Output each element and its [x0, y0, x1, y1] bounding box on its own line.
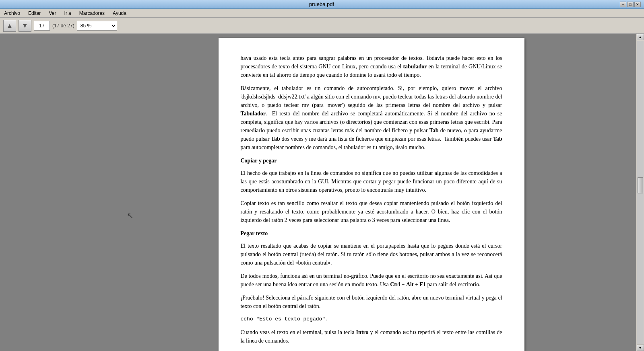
- paragraph-copiar-intro: El hecho de que trabajes en la línea de …: [241, 169, 502, 194]
- cursor-indicator: ↖: [127, 211, 134, 220]
- menu-marcadores[interactable]: Marcadores: [77, 10, 107, 17]
- pdf-viewport: haya usado esta tecla antes para sangrar…: [107, 34, 636, 351]
- paragraph-intro-result: Cuando veas el texto en el terminal, pul…: [241, 328, 502, 345]
- scroll-down-button[interactable]: ▼: [637, 345, 644, 351]
- close-button[interactable]: ✕: [634, 2, 641, 7]
- scroll-up-button[interactable]: ▲: [637, 34, 644, 40]
- main-area: haya usado esta tecla antes para sangrar…: [0, 34, 644, 351]
- mouse-cursor-icon: ↖: [127, 211, 134, 220]
- code-echo: echo "Esto es texto pegado".: [241, 315, 502, 323]
- restore-button[interactable]: □: [627, 2, 634, 7]
- pdf-page: haya usado esta tecla antes para sangrar…: [219, 38, 524, 351]
- page-count: (17 de 27): [52, 23, 74, 29]
- minimize-button[interactable]: −: [620, 2, 626, 7]
- window-controls: − □ ✕: [620, 2, 641, 7]
- menu-ayuda[interactable]: Ayuda: [110, 10, 129, 17]
- prev-page-button[interactable]: ▲: [3, 20, 16, 32]
- paragraph-no-grafico: De todos modos, funciona así en un termi…: [241, 272, 502, 289]
- heading-pegar-texto: Pegar texto: [241, 229, 502, 238]
- menu-ver[interactable]: Ver: [46, 10, 58, 17]
- paragraph-pegar-detail: El texto resaltado que acabas de copiar …: [241, 242, 502, 267]
- toolbar: ▲ ▼ (17 de 27) 85 % 50 % 75 % 100 % 125 …: [0, 18, 644, 34]
- heading-copiar-pegar: Copiar y pegar: [241, 156, 502, 165]
- right-scrollbar: ▲ ▼: [636, 34, 644, 351]
- menu-bar: Archivo Editar Ver Ir a Marcadores Ayuda: [0, 9, 644, 18]
- paragraph-copiar-detail: Copiar texto es tan sencillo como resalt…: [241, 199, 502, 224]
- menu-editar[interactable]: Editar: [26, 10, 43, 17]
- paragraph-pruebalo: ¡Pruébalo! Selecciona el párrafo siguien…: [241, 294, 502, 310]
- title-bar-text: prueba.pdf: [309, 1, 334, 7]
- menu-ira[interactable]: Ir a: [62, 10, 73, 17]
- paragraph-nota: Nota: Si está copiando texto de una pági…: [241, 350, 502, 351]
- page-number-input[interactable]: [34, 21, 50, 31]
- scroll-thumb[interactable]: [638, 177, 643, 193]
- next-page-button[interactable]: ▼: [19, 20, 31, 32]
- scroll-track[interactable]: [637, 41, 644, 344]
- title-bar: prueba.pdf − □ ✕: [0, 0, 644, 9]
- menu-archivo[interactable]: Archivo: [2, 10, 23, 17]
- paragraph-tab-detail: Básicamente, el tabulador es un comando …: [241, 84, 502, 152]
- left-panel: [0, 34, 107, 351]
- paragraph-tab-intro: haya usado esta tecla antes para sangrar…: [241, 54, 502, 79]
- zoom-select[interactable]: 85 % 50 % 75 % 100 % 125 % 150 % 200 %: [77, 21, 117, 31]
